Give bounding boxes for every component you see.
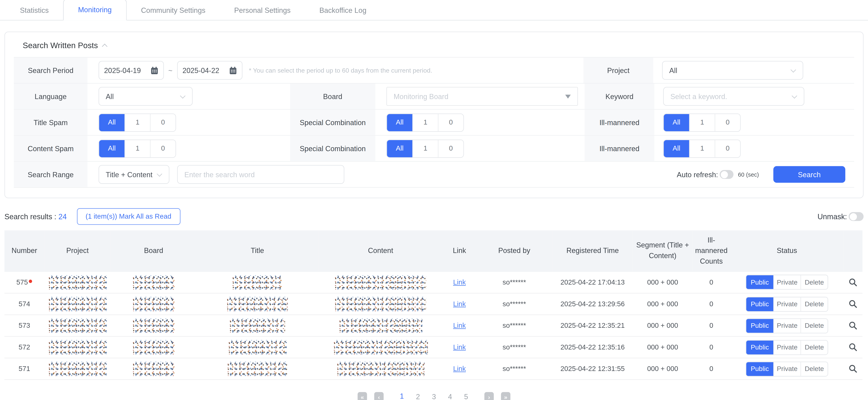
post-number: 574 [19,300,30,308]
status-delete-button[interactable]: Delete [801,297,828,311]
row-search-icon[interactable] [849,365,858,373]
tab-statistics[interactable]: Statistics [5,1,63,20]
status-delete-button[interactable]: Delete [801,319,828,333]
date-to-input[interactable]: 2025-04-22 [177,61,242,80]
masked-board [133,275,174,289]
prev-page-button[interactable]: ‹ [374,392,384,400]
status-delete-button[interactable]: Delete [801,275,828,289]
title-special-all-button[interactable]: All [387,114,412,131]
language-select[interactable]: All [98,87,192,106]
next-page-button[interactable]: › [484,392,494,400]
last-page-button[interactable]: » [501,392,510,400]
status-public-button[interactable]: Public [746,297,773,311]
search-period-label: Search Period [14,58,87,83]
status-public-button[interactable]: Public [746,340,773,354]
status-public-button[interactable]: Public [746,275,773,289]
title-spam-all-button[interactable]: All [99,114,124,131]
tab-backoffice-log[interactable]: Backoffice Log [305,1,381,20]
date-from-input[interactable]: 2025-04-19 [98,61,164,80]
ill-mannered-count: 0 [692,358,730,379]
content-spam-0-button[interactable]: 0 [150,140,175,157]
calendar-icon[interactable] [151,66,158,74]
results-bar: Search results : 24 (1 item(s)) Mark All… [4,208,864,225]
chevron-down-icon [180,93,185,98]
post-link[interactable]: Link [453,278,466,286]
page-5[interactable]: 5 [462,392,470,400]
title-ill-all-button[interactable]: All [664,114,689,131]
status-delete-button[interactable]: Delete [801,340,828,354]
tab-monitoring[interactable]: Monitoring [63,0,127,21]
status-private-button[interactable]: Private [773,319,801,333]
content-spam-1-button[interactable]: 1 [124,140,150,157]
page-3[interactable]: 3 [430,392,438,400]
post-link[interactable]: Link [453,322,466,329]
row-search-icon[interactable] [849,300,858,308]
board-label: Board [290,84,375,109]
keyword-select[interactable]: Select a keyword. [663,87,804,106]
title-ill-mannered-toggle-group: All 1 0 [663,113,741,132]
title-ill-0-button[interactable]: 0 [715,114,740,131]
status-public-button[interactable]: Public [746,319,773,333]
segment-counts: 000 + 000 [633,315,692,336]
content-ill-all-button[interactable]: All [664,140,689,157]
row-search-icon[interactable] [849,343,858,352]
content-special-all-button[interactable]: All [387,140,412,157]
post-link[interactable]: Link [453,343,466,351]
masked-board [133,297,174,311]
title-ill-mannered-label: Ill-mannered [585,110,654,135]
title-ill-1-button[interactable]: 1 [689,114,715,131]
content-ill-1-button[interactable]: 1 [689,140,715,157]
unmask-toggle[interactable] [849,212,864,221]
tab-personal-settings[interactable]: Personal Settings [220,1,305,20]
registered-time: 2025-04-22 13:29:56 [553,293,633,315]
status-delete-button[interactable]: Delete [801,362,828,376]
row-search-icon[interactable] [849,278,858,287]
project-select[interactable]: All [662,61,803,80]
status-private-button[interactable]: Private [773,275,801,289]
segment-counts: 000 + 000 [633,358,692,379]
post-link[interactable]: Link [453,300,466,308]
page-4[interactable]: 4 [446,392,455,400]
mark-all-read-button[interactable]: (1 item(s)) Mark All as Read [77,208,180,225]
auto-refresh-toggle[interactable] [720,170,734,179]
status-public-button[interactable]: Public [746,362,773,376]
status-private-button[interactable]: Private [773,362,801,376]
collapse-panel-icon[interactable] [102,43,107,49]
post-link[interactable]: Link [453,365,466,373]
content-ill-0-button[interactable]: 0 [715,140,740,157]
title-special-0-button[interactable]: 0 [438,114,463,131]
title-spam-1-button[interactable]: 1 [124,114,150,131]
results-table: Number Project Board Title Content Link … [4,230,862,380]
form-row-title-spam: Title Spam All 1 0 Special Combination A… [14,110,854,136]
board-select[interactable]: Monitoring Board [386,87,578,106]
chevron-down-icon [792,93,797,98]
auto-refresh-label: Auto refresh: [677,170,718,179]
title-special-1-button[interactable]: 1 [412,114,438,131]
title-spam-label: Title Spam [14,110,87,135]
content-special-1-button[interactable]: 1 [412,140,438,157]
page-2[interactable]: 2 [413,392,422,400]
content-special-0-button[interactable]: 0 [438,140,463,157]
post-number: 575 [17,278,28,286]
search-range-select[interactable]: Title + Content [98,165,169,184]
title-spam-0-button[interactable]: 0 [150,114,175,131]
title-special-combination-label: Special Combination [290,110,375,135]
post-number: 573 [19,322,30,329]
search-word-input[interactable] [177,165,344,184]
tab-community-settings[interactable]: Community Settings [127,1,220,20]
content-spam-all-button[interactable]: All [99,140,124,157]
calendar-icon[interactable] [229,66,237,74]
status-private-button[interactable]: Private [773,297,801,311]
row-search-icon[interactable] [849,321,858,330]
page-1[interactable]: 1 [398,392,406,400]
form-row-language-board-keyword: Language All Board Monitoring Board Keyw… [14,84,854,110]
unmask-label: Unmask: [817,212,847,221]
table-row: 575 Link so****** 2025-04-22 17:04:13 00… [4,272,862,293]
project-label: Project [584,58,653,83]
status-private-button[interactable]: Private [773,340,801,354]
first-page-button[interactable]: « [358,392,367,400]
ill-mannered-count: 0 [692,336,730,358]
masked-content [335,275,426,289]
search-button[interactable]: Search [773,166,845,183]
masked-project [49,275,107,289]
